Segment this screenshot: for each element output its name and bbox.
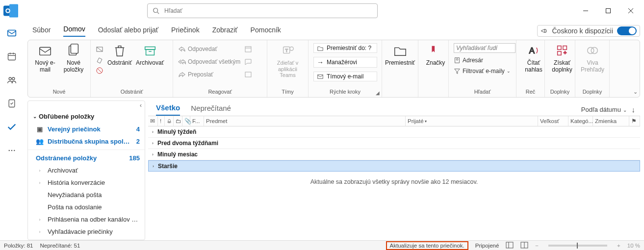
rail-mail-icon[interactable]	[5, 26, 19, 40]
group-label-new: Nové	[33, 89, 85, 96]
group-label-viva: Doplnky	[580, 89, 604, 96]
im-icon[interactable]	[244, 58, 252, 66]
new-email-button[interactable]: Nový e-mail	[33, 43, 57, 74]
nav-distribution-group[interactable]: 👥Distribučná skupina spolo...2	[28, 135, 145, 148]
view-reading-icon[interactable]	[520, 242, 528, 250]
search-box[interactable]: Hľadať	[147, 3, 378, 18]
group-label-teams: Tímy	[272, 89, 303, 96]
col-received[interactable]: Prijaté▾	[406, 116, 538, 126]
quickstep-moveto[interactable]: Premiestniť do: ?	[313, 43, 377, 53]
junk-icon[interactable]	[96, 67, 103, 75]
teams-share-button: T Zdieľať v aplikácii Teams	[272, 43, 303, 78]
address-book-button[interactable]: Adresár	[454, 57, 515, 64]
more-respond-icon[interactable]	[244, 71, 252, 78]
col-icon1[interactable]: ✉	[148, 116, 158, 126]
list-tab-all[interactable]: Všetko	[156, 103, 180, 116]
svg-rect-31	[245, 47, 251, 52]
status-updating: Aktualizuje sa tento priečinok.	[386, 241, 468, 250]
nav-rss[interactable]: ›Prihlásenia na odber kanálov RSS	[28, 213, 145, 225]
zoom-level: 10 %	[627, 243, 640, 249]
delete-button[interactable]: Odstrániť	[107, 43, 132, 67]
meeting-icon[interactable]	[244, 45, 252, 53]
ribbon: Nový e-mail Nové položky Nové	[27, 40, 640, 98]
toggle-switch[interactable]	[617, 26, 637, 35]
coming-soon-label: Čoskoro k dispozícii	[552, 27, 614, 35]
col-mention[interactable]: Zmienka	[593, 116, 629, 126]
quickstep-teammail[interactable]: Tímový e-mail	[313, 72, 377, 81]
ignore-icon[interactable]	[96, 45, 103, 53]
tab-help[interactable]: Pomocník	[251, 26, 281, 37]
col-from[interactable]: F...	[190, 116, 204, 126]
search-icon	[153, 7, 159, 14]
forward-button[interactable]: Preposlať	[178, 71, 240, 78]
nav-junk[interactable]: Nevyžiadaná pošta	[28, 189, 145, 201]
tags-button[interactable]: Značky	[423, 43, 448, 67]
move-button[interactable]: Premiestniť	[387, 43, 413, 67]
minimize-button[interactable]	[574, 3, 597, 19]
svg-point-46	[591, 47, 597, 53]
zoom-out-button[interactable]: −	[535, 243, 539, 249]
find-people-input[interactable]	[454, 43, 515, 53]
nav-archive[interactable]: ›Archivovať	[28, 164, 145, 176]
filter-email-button[interactable]: Filtrovať e-maily⌄	[454, 68, 515, 75]
megaphone-icon	[541, 27, 548, 35]
col-categories[interactable]: Kategó...	[568, 116, 593, 126]
sort-direction-icon[interactable]: ↓	[632, 105, 636, 114]
group-older[interactable]: ›Staršie	[148, 160, 640, 172]
quickstep-manager[interactable]: →Manažérovi	[313, 57, 377, 68]
col-icon2[interactable]: 🗀	[174, 116, 182, 126]
nav-search-folders[interactable]: ›Vyhľadávacie priečinky	[28, 225, 145, 238]
tab-sendreceive[interactable]: Odoslať alebo prijať	[98, 26, 158, 37]
sort-by[interactable]: Podľa dátumu ⌄	[581, 106, 627, 113]
cleanup-icon[interactable]	[96, 56, 103, 64]
nav-public-folder[interactable]: ▣Verejný priečinok4	[28, 123, 145, 135]
tab-view[interactable]: Zobraziť	[212, 26, 238, 37]
read-aloud-button[interactable]: A Čítať nahlas	[521, 43, 546, 74]
rail-calendar-icon[interactable]	[5, 50, 19, 63]
maximize-button[interactable]	[597, 3, 619, 19]
ribbon-collapse-icon[interactable]: ⌄	[633, 89, 638, 95]
archive-button[interactable]: Archivovať	[136, 43, 164, 67]
new-items-button[interactable]: Nové položky	[61, 43, 86, 74]
get-addins-button[interactable]: + Získať doplnky	[550, 43, 574, 74]
nav-conversation-history[interactable]: ›História konverzácie	[28, 176, 145, 189]
col-importance[interactable]: !	[158, 116, 165, 126]
nav-outbox[interactable]: Pošta na odoslanie	[28, 201, 145, 213]
svg-text:A: A	[529, 46, 535, 55]
view-normal-icon[interactable]	[506, 242, 514, 250]
svg-point-15	[9, 77, 11, 80]
zoom-slider[interactable]	[548, 245, 607, 247]
svg-point-4	[154, 8, 158, 12]
col-reminder[interactable]: 🕭	[165, 116, 174, 126]
rail-tasks-checkmark-icon[interactable]	[5, 120, 19, 134]
group-two-weeks[interactable]: ›Pred dvoma týždňami	[148, 138, 640, 149]
col-attachment[interactable]: 📎	[182, 116, 190, 126]
rail-more-icon[interactable]	[5, 144, 19, 157]
public-folder-icon: ▣	[36, 125, 44, 133]
reply-all-button[interactable]: Odpovedať všetkým	[178, 58, 240, 66]
search-placeholder: Hľadať	[164, 7, 182, 14]
favorites-header[interactable]: ⌄Obľúbené položky	[28, 110, 145, 123]
svg-rect-33	[245, 72, 251, 77]
close-button[interactable]	[619, 3, 642, 19]
tab-folder[interactable]: Priečinok	[171, 26, 200, 37]
quicksteps-launcher-icon[interactable]: ◢	[376, 90, 380, 96]
rail-people-icon[interactable]	[5, 73, 19, 87]
tab-file[interactable]: Súbor	[32, 26, 51, 37]
zoom-in-button[interactable]: +	[617, 243, 620, 249]
col-flag[interactable]: ⚑	[629, 116, 640, 126]
coming-soon-toggle[interactable]: Čoskoro k dispozícii	[537, 25, 641, 37]
group-last-month[interactable]: ›Minulý mesiac	[148, 149, 640, 160]
title-bar: Hľadať	[0, 0, 644, 21]
col-size[interactable]: Veľkosť	[538, 116, 568, 126]
list-tab-unread[interactable]: Neprečítané	[191, 104, 231, 115]
collapse-nav-icon[interactable]: ‹	[28, 101, 145, 110]
col-subject[interactable]: Predmet	[204, 116, 406, 126]
reply-button[interactable]: Odpovedať	[178, 45, 240, 53]
svg-line-27	[98, 69, 102, 73]
rail-todo-icon[interactable]	[5, 97, 19, 110]
svg-rect-47	[506, 242, 513, 248]
tab-home[interactable]: Domov	[63, 25, 85, 37]
group-last-week[interactable]: ›Minulý týždeň	[148, 126, 640, 138]
nav-deleted-items[interactable]: Odstránené položky185	[28, 152, 145, 164]
